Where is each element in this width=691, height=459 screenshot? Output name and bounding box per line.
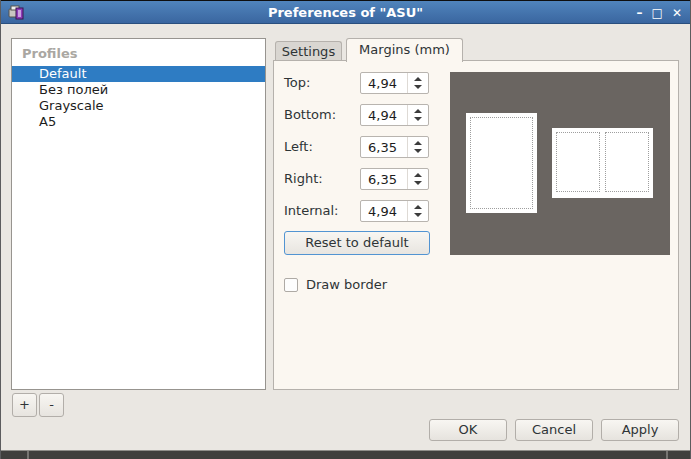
add-profile-button[interactable]: +	[12, 393, 37, 417]
internal-margin-spinner	[407, 201, 428, 221]
draw-border-checkbox[interactable]	[284, 278, 298, 292]
tab-margins[interactable]: Margins (mm)	[346, 38, 463, 62]
bottom-margin-label: Bottom:	[284, 104, 336, 126]
margins-preview	[450, 72, 670, 255]
apply-button[interactable]: Apply	[601, 419, 679, 441]
bottom-strip	[1, 451, 691, 459]
bottom-margin-spinner	[407, 105, 428, 125]
bottom-margin-spinbox	[360, 104, 429, 126]
preview-page-portrait	[466, 113, 537, 213]
spin-down-icon[interactable]	[414, 85, 422, 89]
profiles-panel: Profiles Default Без полей Grayscale A5	[11, 38, 266, 390]
profile-item-a5[interactable]: A5	[12, 114, 265, 130]
ok-button[interactable]: OK	[429, 419, 507, 441]
left-margin-label: Left:	[284, 136, 313, 158]
bottom-margin-input[interactable]	[361, 105, 407, 125]
right-margin-spinbox	[360, 168, 429, 190]
spin-up-icon[interactable]	[414, 205, 422, 209]
left-margin-input[interactable]	[361, 137, 407, 157]
profile-item-bez-poley[interactable]: Без полей	[12, 82, 265, 98]
profile-item-default[interactable]: Default	[12, 66, 265, 82]
profile-item-grayscale[interactable]: Grayscale	[12, 98, 265, 114]
minimize-icon[interactable]: –	[637, 7, 643, 19]
right-margin-label: Right:	[284, 168, 323, 190]
cancel-button[interactable]: Cancel	[515, 419, 593, 441]
maximize-icon[interactable]: □	[652, 7, 663, 19]
preview-page-spread	[552, 128, 653, 198]
remove-profile-button[interactable]: -	[39, 393, 64, 417]
spin-down-icon[interactable]	[414, 181, 422, 185]
right-margin-spinner	[407, 169, 428, 189]
margin-outline	[470, 117, 533, 209]
top-margin-input[interactable]	[361, 73, 407, 93]
top-margin-spinbox	[360, 72, 429, 94]
internal-margin-label: Internal:	[284, 200, 338, 222]
top-margin-spinner	[407, 73, 428, 93]
draw-border-row: Draw border	[284, 277, 387, 292]
spin-up-icon[interactable]	[414, 109, 422, 113]
spin-up-icon[interactable]	[414, 141, 422, 145]
spin-up-icon[interactable]	[414, 77, 422, 81]
margin-outline-right-page	[605, 132, 649, 192]
margins-tab-panel: Top: Bottom: Left:	[273, 60, 679, 390]
internal-margin-spinbox	[360, 200, 429, 222]
reset-to-default-button[interactable]: Reset to default	[284, 231, 430, 255]
margin-outline-left-page	[556, 132, 600, 192]
spin-down-icon[interactable]	[414, 117, 422, 121]
spin-down-icon[interactable]	[414, 213, 422, 217]
spin-down-icon[interactable]	[414, 149, 422, 153]
left-margin-spinner	[407, 137, 428, 157]
strip-tick	[27, 451, 29, 459]
close-icon[interactable]: ✕	[672, 7, 682, 19]
preferences-dialog: Preferences of "ASU" – □ ✕ Profiles Defa…	[0, 0, 691, 459]
right-margin-input[interactable]	[361, 169, 407, 189]
tab-settings[interactable]: Settings	[275, 41, 342, 60]
internal-margin-input[interactable]	[361, 201, 407, 221]
left-margin-spinbox	[360, 136, 429, 158]
strip-tick	[666, 451, 668, 459]
profiles-header: Profiles	[12, 39, 265, 66]
draw-border-label: Draw border	[306, 277, 387, 292]
top-margin-label: Top:	[284, 72, 310, 94]
titlebar[interactable]: Preferences of "ASU" – □ ✕	[1, 0, 690, 24]
spin-up-icon[interactable]	[414, 173, 422, 177]
window-title: Preferences of "ASU"	[1, 1, 690, 24]
